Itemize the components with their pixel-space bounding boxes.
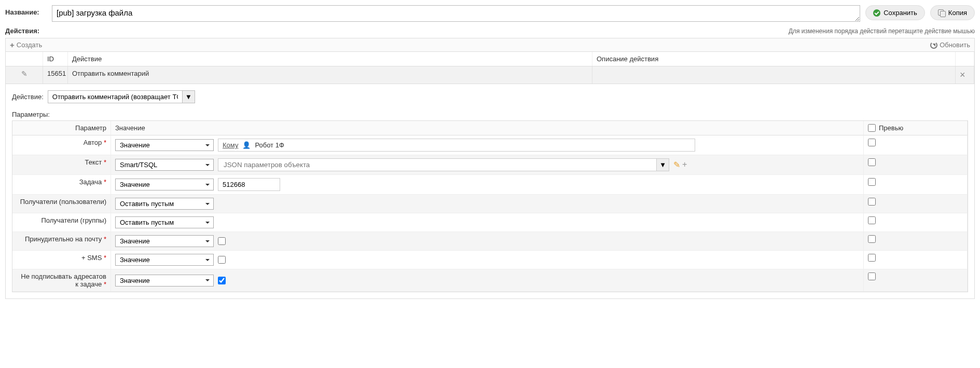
row-action: Отправить комментарий: [68, 66, 592, 84]
recip-groups-label: Получатели (группы): [41, 216, 106, 224]
task-value-input[interactable]: [218, 178, 280, 191]
param-header: Параметр: [12, 121, 111, 135]
no-sign-preview-checkbox[interactable]: [868, 272, 876, 280]
text-preview-checkbox[interactable]: [868, 158, 876, 166]
action-select[interactable]: ▼: [48, 90, 195, 103]
no-sign-label: Не подписывать адресатов к задаче: [21, 272, 106, 288]
row-id: 15651: [43, 66, 68, 84]
sms-preview-checkbox[interactable]: [868, 254, 876, 262]
save-button-label: Сохранить: [884, 9, 917, 17]
col-id-header: ID: [43, 52, 68, 66]
refresh-button[interactable]: Обновить: [930, 41, 970, 49]
action-select-input[interactable]: [48, 90, 183, 103]
author-value-box[interactable]: Кому 👤 Робот 1Ф: [218, 139, 695, 152]
json-params-toggle[interactable]: ▼: [657, 158, 669, 171]
recip-groups-preview-checkbox[interactable]: [868, 216, 876, 224]
row-desc: [592, 66, 956, 84]
reorder-hint: Для изменения порядка действий перетащит…: [789, 28, 975, 35]
author-mode-select[interactable]: Значение: [115, 139, 214, 151]
recip-users-preview-checkbox[interactable]: [868, 198, 876, 206]
sms-mode-select[interactable]: Значение: [115, 254, 214, 266]
refresh-icon: [930, 42, 937, 49]
grid-header: ID Действие Описание действия: [5, 52, 975, 66]
name-label: Название:: [5, 5, 47, 16]
force-mail-checkbox[interactable]: [218, 237, 226, 245]
recip-users-label: Получатели (пользователи): [20, 198, 106, 206]
task-label: Задача: [79, 178, 102, 186]
required-mark: *: [104, 178, 106, 186]
author-to-link[interactable]: Кому: [223, 141, 238, 149]
text-mode-select[interactable]: Smart/TSQL: [115, 159, 214, 171]
author-preview-checkbox[interactable]: [868, 139, 876, 146]
preview-all-checkbox[interactable]: [868, 124, 876, 132]
required-mark: *: [104, 235, 106, 243]
action-select-toggle[interactable]: ▼: [183, 90, 195, 103]
preview-header: Превью: [879, 124, 903, 132]
action-field-label: Действие:: [12, 93, 44, 101]
add-icon[interactable]: +: [682, 160, 687, 170]
author-robot: Робот 1Ф: [255, 141, 284, 149]
text-label: Текст: [85, 158, 102, 166]
json-params-input[interactable]: [218, 158, 657, 171]
user-icon: 👤: [242, 141, 251, 149]
sms-checkbox[interactable]: [218, 256, 226, 264]
value-header: Значение: [111, 121, 864, 135]
sms-label: + SMS: [81, 254, 102, 262]
col-action-header: Действие: [68, 52, 592, 66]
plus-icon: +: [10, 40, 15, 49]
edit-script-icon[interactable]: ✎: [673, 160, 680, 170]
copy-button-label: Копия: [948, 9, 967, 17]
pencil-icon[interactable]: [21, 70, 27, 78]
recip-users-mode-select[interactable]: Оставить пустым: [115, 198, 214, 210]
create-label: Создать: [17, 41, 42, 49]
params-label: Параметры:: [12, 111, 968, 118]
task-mode-select[interactable]: Значение: [115, 179, 214, 190]
copy-icon: [938, 9, 945, 17]
task-preview-checkbox[interactable]: [868, 178, 876, 186]
save-button[interactable]: Сохранить: [865, 5, 925, 20]
actions-label: Действия:: [5, 27, 39, 35]
copy-button[interactable]: Копия: [930, 5, 975, 20]
required-mark: *: [104, 254, 106, 262]
grid-row[interactable]: 15651 Отправить комментарий ×: [5, 66, 975, 84]
recip-groups-mode-select[interactable]: Оставить пустым: [115, 216, 214, 228]
force-mail-mode-select[interactable]: Значение: [115, 235, 214, 247]
create-button[interactable]: + Создать: [10, 40, 42, 49]
close-icon[interactable]: ×: [960, 70, 965, 80]
required-mark: *: [104, 280, 106, 288]
refresh-label: Обновить: [940, 41, 970, 49]
check-icon: [873, 9, 880, 17]
title-input[interactable]: [pub] загрузка файла: [52, 5, 860, 22]
required-mark: *: [104, 139, 106, 146]
col-desc-header: Описание действия: [592, 52, 956, 66]
force-mail-label: Принудительно на почту: [25, 235, 102, 243]
no-sign-checkbox[interactable]: [218, 277, 226, 284]
author-label: Автор: [84, 139, 102, 146]
required-mark: *: [104, 158, 106, 166]
force-mail-preview-checkbox[interactable]: [868, 235, 876, 243]
no-sign-mode-select[interactable]: Значение: [115, 275, 214, 287]
